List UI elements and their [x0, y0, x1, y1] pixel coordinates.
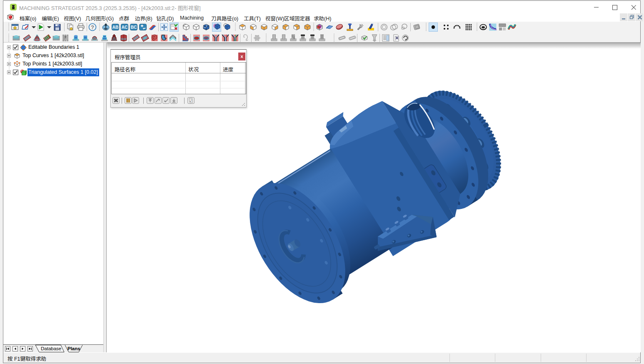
svg-text:2: 2 — [190, 99, 192, 103]
svg-text:Plans: Plans — [67, 346, 80, 351]
svg-text:BC: BC — [130, 25, 137, 30]
svg-text:AC: AC — [121, 25, 128, 30]
svg-text:?: ? — [91, 24, 94, 30]
svg-text:AB: AB — [112, 25, 119, 30]
svg-text:Database: Database — [41, 346, 61, 351]
